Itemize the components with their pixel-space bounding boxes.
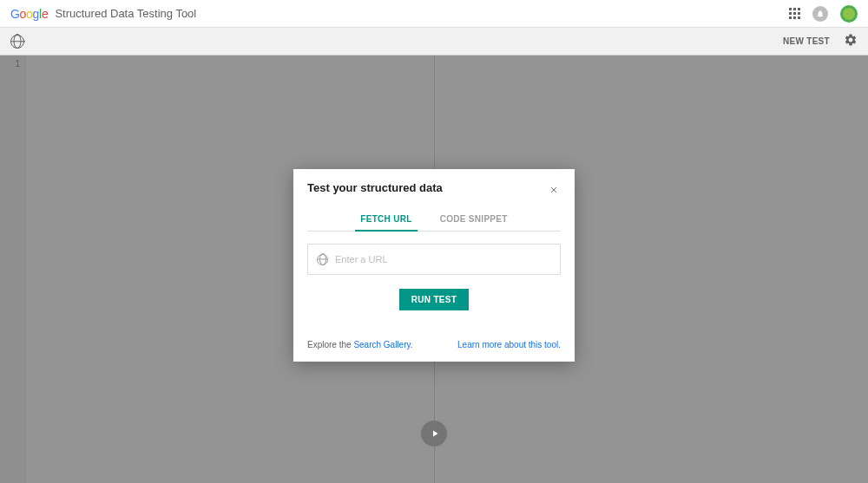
- app-title: Structured Data Testing Tool: [55, 7, 196, 20]
- google-logo: Google: [10, 7, 48, 21]
- run-test-button[interactable]: RUN TEST: [399, 289, 469, 310]
- close-icon[interactable]: [547, 181, 561, 200]
- tab-code-snippet[interactable]: CODE SNIPPET: [437, 209, 511, 231]
- modal-header: Test your structured data: [293, 169, 575, 209]
- url-input-wrap: [307, 244, 561, 275]
- header-left: Google Structured Data Testing Tool: [10, 7, 196, 21]
- modal-title: Test your structured data: [307, 181, 443, 194]
- modal-tabs: FETCH URL CODE SNIPPET: [307, 209, 561, 232]
- tab-fetch-url[interactable]: FETCH URL: [357, 209, 415, 231]
- toolbar-left: [10, 35, 24, 49]
- test-modal: Test your structured data FETCH URL CODE…: [293, 169, 575, 362]
- header-right: [789, 5, 858, 23]
- modal-body: RUN TEST: [293, 232, 575, 330]
- run-play-button[interactable]: [421, 421, 447, 447]
- footer-learn-more: Learn more about this tool.: [457, 340, 561, 349]
- gear-icon[interactable]: [844, 33, 858, 50]
- url-input[interactable]: [335, 254, 551, 264]
- toolbar: NEW TEST: [0, 28, 868, 55]
- notifications-icon[interactable]: [812, 6, 828, 22]
- apps-icon[interactable]: [789, 8, 800, 19]
- toolbar-right: NEW TEST: [783, 33, 858, 50]
- new-test-button[interactable]: NEW TEST: [783, 36, 830, 46]
- top-header: Google Structured Data Testing Tool: [0, 0, 868, 28]
- explore-suffix: .: [411, 340, 413, 349]
- globe-icon: [317, 254, 328, 265]
- footer-explore: Explore the Search Gallery.: [307, 340, 413, 349]
- learn-more-link[interactable]: Learn more about this tool.: [457, 340, 561, 349]
- explore-prefix: Explore the: [307, 340, 353, 349]
- search-gallery-link[interactable]: Search Gallery: [353, 340, 410, 349]
- modal-footer: Explore the Search Gallery. Learn more a…: [293, 330, 575, 362]
- run-button-wrap: RUN TEST: [307, 275, 561, 317]
- avatar[interactable]: [840, 5, 858, 23]
- globe-icon[interactable]: [10, 35, 24, 49]
